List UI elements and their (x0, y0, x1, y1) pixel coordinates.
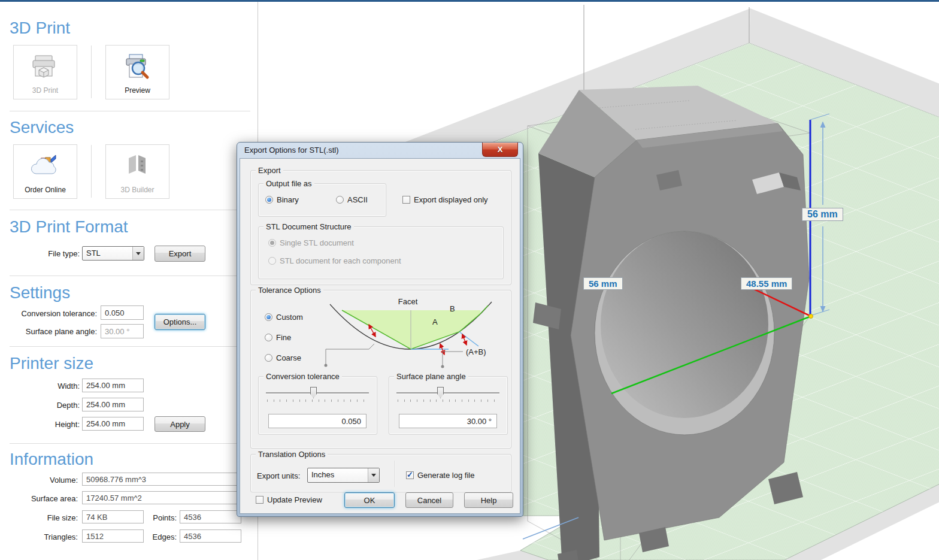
3d-printer-icon (14, 53, 77, 81)
checkbox-generate-log-file[interactable]: Generate log file (406, 471, 474, 480)
radio-fine-label: Fine (276, 333, 291, 342)
slider-ticks (267, 399, 369, 402)
radio-binary-label: Binary (277, 195, 299, 204)
conversion-tolerance-slider-thumb[interactable] (310, 387, 317, 398)
surface-plane-angle-slider[interactable] (396, 392, 499, 394)
surface-area-label: Surface area: (6, 494, 78, 503)
section-heading-printer-size: Printer size (10, 354, 93, 373)
export-units-value: Inches (311, 470, 334, 479)
chevron-down-icon (368, 468, 379, 482)
conversion-tolerance-value[interactable]: 0.050 (268, 414, 366, 428)
radio-binary[interactable]: Binary (265, 195, 299, 204)
export-units-dropdown[interactable]: Inches (307, 468, 380, 483)
triangles-label: Triangles: (6, 532, 78, 541)
origin-point (809, 314, 813, 319)
ok-button[interactable]: OK (344, 492, 395, 508)
export-button[interactable]: Export (155, 246, 205, 262)
volume-value: 50968.776 mm^3 (82, 473, 241, 486)
tile-3d-print[interactable]: 3D Print (13, 45, 77, 99)
tile-3d-builder[interactable]: 3D Builder (105, 144, 169, 199)
conversion-tolerance-group-label: Conversion tolerance (263, 372, 342, 381)
dialog-title: Export Options for STL(.stl) (244, 146, 339, 155)
order-online-cloud-icon (14, 152, 77, 181)
surface-plane-angle-value[interactable]: 30.00 ° (399, 414, 497, 428)
surface-plane-angle-group-label: Surface plane angle (394, 372, 468, 381)
width-input[interactable]: 254.00 mm (82, 379, 144, 392)
tile-3d-builder-label: 3D Builder (106, 186, 169, 194)
apply-button[interactable]: Apply (155, 416, 205, 432)
radio-coarse[interactable]: Coarse (265, 353, 301, 362)
facet-label-sum: (A+B) (466, 347, 486, 356)
radio-single-stl-document[interactable]: Single STL document (268, 238, 354, 247)
section-divider (10, 443, 250, 444)
stl-document-structure-group: STL Document Structure (258, 226, 504, 279)
radio-fine[interactable]: Fine (265, 333, 291, 342)
facet-diagram-title: Facet (398, 297, 418, 306)
depth-input[interactable]: 254.00 mm (82, 398, 144, 411)
dimension-label-depth: 48.55 mm (741, 277, 792, 290)
section-divider (10, 276, 250, 276)
facet-label-b: B (450, 304, 455, 313)
checkbox-export-displayed-only[interactable]: Export displayed only (402, 195, 488, 204)
group-divider (395, 461, 396, 487)
file-type-value: STL (86, 249, 101, 258)
checkbox-update-preview[interactable]: Update Preview (256, 495, 322, 504)
export-group-label: Export (256, 166, 283, 175)
tile-preview-label: Preview (106, 86, 169, 95)
points-label: Points: (129, 513, 177, 522)
slider-ticks (398, 399, 499, 402)
depth-label: Depth: (24, 401, 80, 410)
tile-order-online[interactable]: Order Online (13, 144, 77, 199)
section-heading-services: Services (10, 118, 74, 137)
section-divider (10, 111, 250, 111)
tile-separator (91, 46, 92, 98)
radio-stl-per-component[interactable]: STL document for each component (268, 256, 401, 265)
tile-preview[interactable]: Preview (105, 45, 169, 99)
section-divider (10, 210, 250, 210)
facet-label-a: A (432, 317, 438, 326)
close-button[interactable]: X (482, 143, 518, 157)
radio-coarse-label: Coarse (276, 353, 301, 362)
conversion-tolerance-input[interactable]: 0.050 (101, 305, 144, 320)
radio-single-stl-label: Single STL document (280, 238, 354, 247)
close-icon: X (498, 145, 503, 154)
dimension-label-width: 56 mm (583, 277, 623, 290)
options-button[interactable]: Options... (155, 314, 205, 330)
edges-label: Edges: (129, 532, 177, 541)
surface-plane-angle-group: Surface plane angle 30.00 ° (389, 376, 508, 435)
radio-custom[interactable]: Custom (265, 313, 303, 322)
surface-plane-angle-slider-thumb[interactable] (437, 387, 444, 398)
update-preview-label: Update Preview (267, 495, 322, 504)
help-button[interactable]: Help (464, 492, 513, 508)
3d-print-task-pane: 3D Print 3D Print (0, 2, 258, 560)
file-type-label: File type: (24, 249, 80, 258)
3d-builder-icon (106, 152, 169, 181)
file-size-label: File size: (6, 513, 78, 522)
cancel-button[interactable]: Cancel (405, 492, 453, 508)
volume-label: Volume: (6, 476, 78, 485)
output-file-as-label: Output file as (263, 179, 314, 188)
surface-area-value: 17240.57 mm^2 (82, 491, 241, 504)
surface-plane-angle-label: Surface plane angle: (6, 327, 97, 336)
dimension-label-height: 56 mm (802, 208, 843, 221)
width-label: Width: (24, 382, 80, 391)
section-divider (10, 346, 250, 347)
section-heading-settings: Settings (10, 283, 70, 302)
radio-ascii[interactable]: ASCII (336, 195, 368, 204)
print-preview-icon (106, 53, 169, 81)
surface-plane-angle-input[interactable]: 30.00 ° (101, 324, 144, 338)
generate-log-file-label: Generate log file (417, 471, 474, 480)
stl-structure-label: STL Document Structure (263, 222, 354, 231)
height-label: Height: (24, 420, 80, 429)
height-input[interactable]: 254.00 mm (82, 417, 144, 431)
section-heading-3d-print: 3D Print (10, 19, 70, 38)
translation-options-label: Translation Options (256, 450, 328, 459)
conversion-tolerance-slider[interactable] (266, 392, 369, 394)
radio-custom-label: Custom (276, 313, 303, 322)
section-heading-format: 3D Print Format (10, 217, 128, 237)
conversion-tolerance-label: Conversion tolerance: (6, 309, 97, 318)
file-type-dropdown[interactable]: STL (82, 246, 144, 261)
radio-stl-per-component-label: STL document for each component (280, 256, 401, 265)
export-displayed-only-label: Export displayed only (414, 195, 488, 204)
conversion-tolerance-group: Conversion tolerance 0.050 (258, 376, 377, 435)
